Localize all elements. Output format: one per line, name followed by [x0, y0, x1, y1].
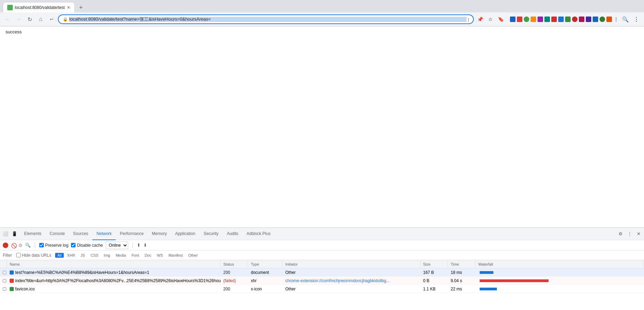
- ext-icon-5[interactable]: [538, 17, 543, 22]
- row2-size: 0 B: [420, 277, 448, 285]
- back-button2[interactable]: ↩: [47, 14, 57, 24]
- devtools-more-icon[interactable]: ⋮: [625, 230, 634, 238]
- table-row[interactable]: favicon.ico 200 x-icon Other 1.1 KB 22 m…: [0, 285, 644, 293]
- import-icon[interactable]: ⬆: [137, 243, 141, 248]
- new-tab-button[interactable]: +: [76, 3, 86, 12]
- browser-chrome: localhost:8080/validate/test ✕ + ← → ↻ ⌂…: [0, 0, 644, 26]
- row3-time: 22 ms: [448, 285, 476, 293]
- filter-type-js[interactable]: JS: [79, 253, 87, 258]
- tab-network[interactable]: Network: [92, 228, 116, 240]
- filter-type-other[interactable]: Other: [186, 253, 200, 258]
- address-bar[interactable]: 🔒 |: [58, 14, 474, 24]
- filter-type-font[interactable]: Font: [130, 253, 141, 258]
- tab-security[interactable]: Security: [200, 228, 223, 240]
- tab-sources[interactable]: Sources: [69, 228, 92, 240]
- row3-name[interactable]: favicon.ico: [7, 285, 221, 293]
- home-button[interactable]: ⌂: [36, 14, 45, 24]
- more-tools-icon[interactable]: ⋮: [614, 17, 619, 22]
- col-header-time[interactable]: Time: [448, 260, 476, 268]
- col-header-waterfall[interactable]: Waterfall: [476, 260, 644, 268]
- row2-name[interactable]: index?title=&url=http%3A%2F%2Flocalhost%…: [7, 277, 221, 285]
- hide-data-urls-checkbox[interactable]: [16, 253, 21, 257]
- ext-icon-12[interactable]: [586, 17, 591, 22]
- back-button[interactable]: ←: [3, 14, 12, 24]
- filter-type-doc[interactable]: Doc: [143, 253, 154, 258]
- ext-icon-8[interactable]: [558, 17, 564, 22]
- devtools-close-icon[interactable]: ✕: [634, 230, 643, 238]
- tab-audits[interactable]: Audits: [223, 228, 242, 240]
- ext-icon-10[interactable]: [572, 17, 577, 22]
- tab-bar: localhost:8080/validate/test ✕ +: [0, 0, 644, 12]
- tab-memory[interactable]: Memory: [148, 228, 171, 240]
- devtools-device-icon[interactable]: 📱: [10, 230, 19, 238]
- devtools-inspect-icon[interactable]: ⬜: [1, 230, 10, 238]
- tab-application[interactable]: Application: [171, 228, 200, 240]
- tab-adblockplus[interactable]: Adblock Plus: [243, 228, 275, 240]
- row2-waterfall: [476, 277, 644, 285]
- row3-file-icon: [10, 287, 14, 291]
- col-header-name[interactable]: Name: [7, 260, 221, 268]
- menu-icon[interactable]: ⋮: [632, 14, 641, 24]
- tab-close-icon[interactable]: ✕: [67, 5, 70, 10]
- row3-initiator: Other: [283, 285, 420, 293]
- clear-button[interactable]: 🚫: [11, 243, 16, 248]
- ext-icon-2[interactable]: [517, 17, 522, 22]
- col-header-checkbox: [0, 260, 7, 268]
- ext-icon-15[interactable]: [606, 17, 612, 22]
- ext-icon-7[interactable]: [551, 17, 557, 22]
- table-row[interactable]: test?name=%E5%BC%A0%E4%B8%89&isHaveHours…: [0, 268, 644, 277]
- row2-initiator[interactable]: chrome-extension://comfmchjneommdoncjhag…: [283, 277, 420, 285]
- tab-elements[interactable]: Elements: [20, 228, 45, 240]
- row1-checkbox[interactable]: [0, 268, 7, 276]
- tab-favicon: [7, 5, 13, 10]
- filter-type-media[interactable]: Media: [114, 253, 128, 258]
- row2-checkbox[interactable]: [0, 277, 7, 285]
- hide-data-urls-label[interactable]: Hide data URLs: [16, 253, 51, 258]
- ext-icon-13[interactable]: [593, 17, 598, 22]
- ext-icon-1[interactable]: [510, 17, 515, 22]
- table-row[interactable]: index?title=&url=http%3A%2F%2Flocalhost%…: [0, 277, 644, 285]
- refresh-button[interactable]: ↻: [25, 14, 34, 24]
- devtools-settings-icon[interactable]: ⚙: [616, 230, 625, 238]
- preserve-log-label[interactable]: Preserve log: [39, 243, 68, 248]
- disable-cache-checkbox[interactable]: [71, 243, 75, 247]
- filter-type-img[interactable]: Img: [102, 253, 112, 258]
- filter-type-xhr[interactable]: XHR: [65, 253, 77, 258]
- search-icon[interactable]: 🔍: [621, 14, 630, 24]
- export-icon[interactable]: ⬇: [143, 243, 147, 248]
- ext-icon-11[interactable]: [579, 17, 584, 22]
- col-header-status[interactable]: Status: [221, 260, 248, 268]
- ext-icon-9[interactable]: [565, 17, 571, 22]
- row1-name[interactable]: test?name=%E5%BC%A0%E4%B8%89&isHaveHours…: [7, 268, 221, 276]
- tab-performance[interactable]: Performance: [116, 228, 148, 240]
- col-header-initiator[interactable]: Initiator: [283, 260, 420, 268]
- url-input[interactable]: [69, 17, 467, 22]
- filter-type-css[interactable]: CSS: [89, 253, 101, 258]
- col-header-type[interactable]: Type: [248, 260, 283, 268]
- bookmark-icon[interactable]: 🔖: [496, 14, 505, 24]
- throttle-select[interactable]: Online: [106, 242, 128, 249]
- ext-icon-14[interactable]: [600, 17, 605, 22]
- filter-type-manifest[interactable]: Manifest: [166, 253, 185, 258]
- active-tab[interactable]: localhost:8080/validate/test ✕: [3, 2, 75, 12]
- bookmark-pin-icon[interactable]: 📌: [475, 14, 485, 24]
- forward-button[interactable]: →: [14, 14, 23, 24]
- search-network-icon[interactable]: 🔍: [25, 243, 31, 248]
- ext-icon-3[interactable]: [524, 17, 529, 22]
- filter-icon[interactable]: ⊙: [19, 243, 22, 248]
- tab-console[interactable]: Console: [45, 228, 69, 240]
- row2-waterfall-bar: [480, 279, 549, 282]
- preserve-log-checkbox[interactable]: [39, 243, 44, 247]
- ext-icon-4[interactable]: [531, 17, 536, 22]
- toolbar-actions: 📌 ☆ 🔖: [475, 14, 505, 24]
- separator-2: [132, 243, 133, 248]
- filter-type-all[interactable]: All: [55, 253, 63, 258]
- col-header-size[interactable]: Size: [420, 260, 448, 268]
- record-button[interactable]: [3, 243, 8, 248]
- row3-checkbox[interactable]: [0, 285, 7, 293]
- filter-type-ws[interactable]: WS: [155, 253, 165, 258]
- ext-icon-6[interactable]: [544, 17, 550, 22]
- row2-time: 9.04 s: [448, 277, 476, 285]
- bookmark-star-icon[interactable]: ☆: [485, 14, 495, 24]
- disable-cache-label[interactable]: Disable cache: [71, 243, 103, 248]
